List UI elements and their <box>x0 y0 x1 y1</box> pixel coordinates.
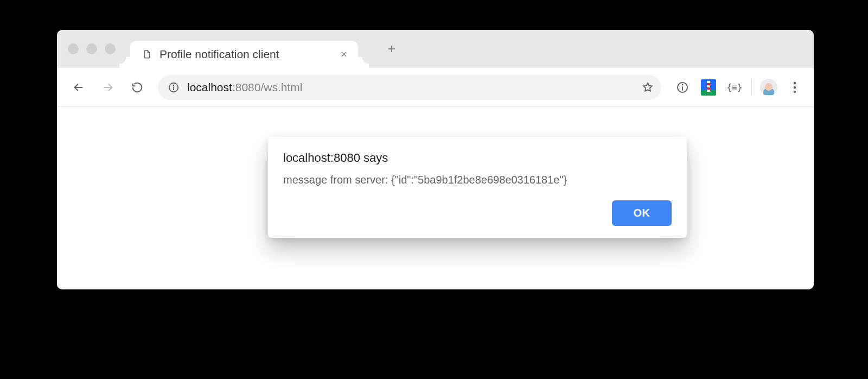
tab-strip: Profile notification client <box>57 30 814 68</box>
url-host: localhost <box>187 81 232 94</box>
url-text: localhost:8080/ws.html <box>187 81 632 94</box>
back-button[interactable] <box>67 75 91 99</box>
site-info-icon[interactable] <box>167 80 181 94</box>
new-tab-button[interactable] <box>380 37 404 61</box>
bookmark-button[interactable] <box>639 78 657 97</box>
svg-point-7 <box>794 86 796 88</box>
alert-title: localhost:8080 says <box>283 151 672 165</box>
toolbar: localhost:8080/ws.html <box>57 68 814 107</box>
js-alert-dialog: localhost:8080 says message from server:… <box>268 137 687 238</box>
window-controls <box>68 43 116 54</box>
window-zoom-button[interactable] <box>105 43 116 54</box>
address-bar[interactable]: localhost:8080/ws.html <box>158 75 661 100</box>
browser-menu-button[interactable] <box>786 78 804 97</box>
extensions-area: {≡} <box>670 78 804 97</box>
extension-info-icon[interactable] <box>673 78 692 97</box>
svg-point-6 <box>794 81 796 84</box>
avatar-icon <box>760 79 777 96</box>
tab-title: Profile notification client <box>159 48 329 61</box>
window-minimize-button[interactable] <box>86 43 97 54</box>
extension-code-icon[interactable]: {≡} <box>725 78 744 97</box>
profile-avatar-button[interactable] <box>760 78 778 97</box>
reload-button[interactable] <box>125 75 149 99</box>
tab-active[interactable]: Profile notification client <box>130 41 358 68</box>
svg-point-8 <box>794 90 796 92</box>
toolbar-separator <box>751 80 752 95</box>
url-port-path: :8080/ws.html <box>232 81 303 94</box>
browser-window: Profile notification client <box>57 30 814 289</box>
alert-message: message from server: {"id":"5ba9b1f2be8e… <box>283 174 672 186</box>
window-close-button[interactable] <box>68 43 79 54</box>
alert-ok-button[interactable]: OK <box>612 200 672 226</box>
file-icon <box>142 49 152 59</box>
forward-button[interactable] <box>96 75 120 99</box>
extension-lighthouse-icon[interactable] <box>699 78 718 97</box>
tab-close-button[interactable] <box>336 47 352 62</box>
